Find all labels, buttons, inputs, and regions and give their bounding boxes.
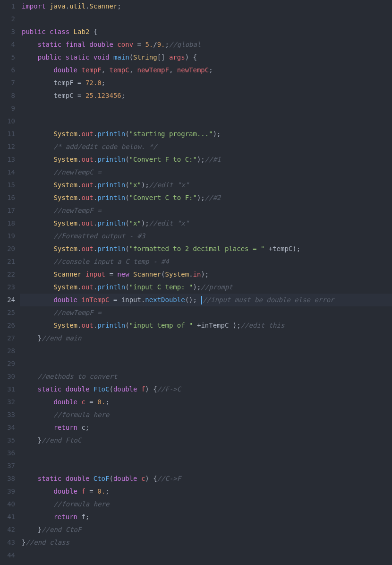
code-line[interactable]: return f; (20, 511, 392, 523)
code-line[interactable]: System.out.println("Convert F to C:");//… (20, 153, 392, 166)
token-pln: } (22, 436, 42, 444)
code-line[interactable] (20, 102, 392, 115)
code-line[interactable]: //formula here (20, 409, 392, 421)
code-line[interactable]: //Formatted output - #3 (20, 230, 392, 243)
code-line[interactable]: System.out.println("input C temp: ");//p… (20, 281, 392, 294)
code-line[interactable]: double tempF, tempC, newTempF, newTempC; (20, 64, 392, 77)
code-line[interactable] (20, 13, 392, 26)
token-fn: println (97, 283, 125, 291)
code-line[interactable]: tempF = 72.0; (20, 77, 392, 89)
token-klass: System (165, 270, 189, 278)
token-pln (61, 53, 65, 61)
token-pln (22, 500, 53, 508)
token-str: "input C temp: " (129, 283, 193, 291)
code-line[interactable]: tempC = 25.123456; (20, 89, 392, 102)
line-number: 24 (0, 294, 15, 306)
token-pln: tempC); (273, 245, 300, 252)
token-pln (22, 156, 53, 163)
token-num: 72.0 (85, 79, 102, 87)
token-fn: CtoF (94, 475, 110, 482)
token-pln: ; (105, 487, 109, 495)
token-pln (22, 309, 53, 316)
token-pln (22, 385, 38, 393)
token-pln: . (189, 270, 193, 278)
token-fn: println (97, 130, 125, 138)
code-line[interactable]: static final double conv = 5./9.;//globa… (20, 38, 392, 51)
code-line[interactable]: }//end CtoF (20, 523, 392, 536)
code-line[interactable]: }//end class (20, 536, 392, 549)
code-line[interactable]: //newTempC = (20, 166, 392, 179)
token-pln: . (94, 156, 97, 163)
code-editor[interactable]: 1234567891011121314151617181920212223242… (0, 0, 392, 562)
token-pln (89, 475, 93, 482)
token-pln: . (94, 322, 97, 329)
token-str: "x" (129, 219, 141, 227)
token-pln (81, 79, 85, 87)
code-line[interactable]: System.out.println("x");//edit "x" (20, 179, 392, 191)
code-line[interactable]: return c; (20, 421, 392, 434)
code-line[interactable]: System.out.println("formatted to 2 decim… (20, 243, 392, 255)
token-pln: / (153, 41, 157, 48)
code-line[interactable]: double inTempC = input.nextDouble(); //i… (20, 294, 392, 306)
code-line[interactable] (20, 460, 392, 472)
code-line[interactable] (20, 345, 392, 357)
code-line[interactable]: //newTempF = (20, 306, 392, 319)
token-cmt: //#2 (205, 194, 221, 201)
line-number: 34 (0, 421, 15, 434)
line-number: 21 (0, 255, 15, 268)
code-area[interactable]: import java.util.Scanner; public class L… (20, 0, 392, 562)
token-pln: ( (125, 322, 129, 329)
token-str: "input temp of " (129, 322, 193, 329)
token-pln (22, 322, 53, 329)
token-str: "Convert F to C:" (129, 156, 197, 163)
token-red: out (81, 219, 93, 227)
code-line[interactable]: System.out.println("starting program..."… (20, 128, 392, 140)
token-pln (22, 258, 53, 265)
token-klass: Scanner (53, 270, 81, 278)
token-pln: } (22, 526, 42, 533)
code-line[interactable]: double c = 0.; (20, 396, 392, 409)
code-line[interactable]: //formula here (20, 498, 392, 511)
token-cmt: //newTempF = (53, 309, 101, 316)
line-number: 25 (0, 306, 15, 319)
code-line[interactable] (20, 115, 392, 128)
token-pln (22, 53, 38, 61)
code-line[interactable]: System.out.println("x");//edit "x" (20, 217, 392, 230)
code-line[interactable] (20, 447, 392, 460)
code-line[interactable]: //newTempF = (20, 204, 392, 217)
token-red: c (81, 398, 85, 406)
code-line[interactable]: System.out.println("input temp of " +inT… (20, 319, 392, 332)
token-cmt: //input must be double else error (203, 296, 334, 304)
token-red: out (81, 283, 93, 291)
code-line[interactable]: }//end main (20, 332, 392, 345)
code-line[interactable]: public static void main(String[] args) { (20, 51, 392, 64)
token-pln (61, 475, 65, 482)
line-number: 31 (0, 383, 15, 396)
code-line[interactable]: //console input a C temp - #4 (20, 255, 392, 268)
token-klass: System (53, 322, 77, 329)
code-line[interactable]: }//end FtoC (20, 434, 392, 447)
token-fn: println (97, 219, 125, 227)
code-line[interactable]: static double CtoF(double c) {//C->F (20, 472, 392, 485)
line-number: 19 (0, 230, 15, 243)
code-line[interactable]: public class Lab2 { (20, 26, 392, 38)
token-klass: System (53, 130, 77, 138)
code-line[interactable]: //methods to convert (20, 370, 392, 383)
code-line[interactable]: /* add/edit code below. */ (20, 140, 392, 153)
code-line[interactable] (20, 357, 392, 370)
code-line[interactable]: static double FtoC(double f) {//F->C (20, 383, 392, 396)
token-num: 0. (97, 487, 105, 495)
code-line[interactable]: Scanner input = new Scanner(System.in); (20, 268, 392, 281)
token-pln (46, 2, 50, 10)
token-pln: . (94, 194, 97, 201)
token-pln (61, 41, 65, 48)
token-pln: ( (125, 156, 129, 163)
code-line[interactable]: System.out.println("Convert C to F:");//… (20, 191, 392, 204)
token-cmt: //formula here (53, 500, 109, 508)
code-line[interactable]: import java.util.Scanner; (20, 0, 392, 13)
line-number: 6 (0, 64, 15, 77)
code-line[interactable]: double f = 0.; (20, 485, 392, 498)
line-number: 35 (0, 434, 15, 447)
code-line[interactable] (20, 549, 392, 562)
token-cmt: //global (169, 41, 201, 48)
